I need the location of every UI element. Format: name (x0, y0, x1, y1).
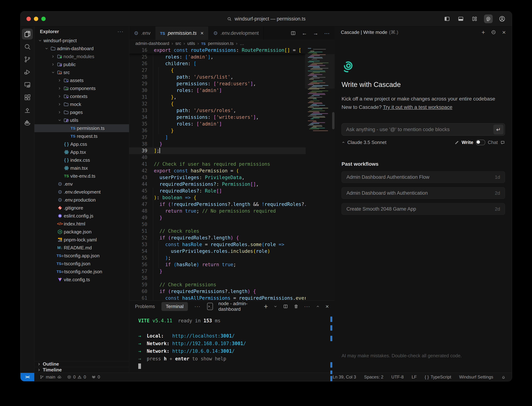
zoom-window-button[interactable] (41, 17, 46, 21)
tree-item-tsconfig.app.json[interactable]: TS⚙tsconfig.app.json (34, 252, 129, 260)
nav-back-icon[interactable]: ← (302, 30, 307, 36)
breadcrumb[interactable]: admin-dashboard›src›utils›TSpermission.t… (129, 40, 335, 47)
workflow-item[interactable]: Admin Dashboard Authentication Flow1d (341, 171, 505, 183)
status-utf-8[interactable]: UTF-8 (392, 375, 404, 380)
breadcrumb-item[interactable]: admin-dashboard (135, 41, 169, 46)
tree-item-main.tsx[interactable]: main.tsx (34, 164, 129, 172)
close-panel-icon[interactable]: × (325, 303, 329, 310)
tree-item-request.ts[interactable]: TSrequest.ts (34, 132, 129, 140)
test-workspace-link[interactable]: Try it out with a test workspace (383, 104, 452, 110)
terminal-output[interactable]: VITE v5.4.11 ready in 153 ms → Local: ht… (129, 312, 335, 373)
activity-remote-explorer[interactable] (22, 79, 33, 90)
tree-item-contexts[interactable]: contexts (34, 92, 129, 100)
tree-item-README.md[interactable]: M↓README.md (34, 244, 129, 252)
workflow-item[interactable]: Create Smooth 2048 Game App2d (341, 203, 505, 215)
activity-explorer[interactable] (22, 29, 33, 39)
activity-source-control[interactable] (22, 54, 33, 65)
panel-more-icon[interactable]: ··· (194, 304, 200, 309)
tree-item-windsurf-project[interactable]: windsurf-project (34, 36, 129, 44)
ports-indicator[interactable]: 0 (91, 375, 100, 380)
activity-windsurf-flows[interactable] (22, 105, 33, 116)
tree-item-tsconfig.json[interactable]: TS⚙tsconfig.json (34, 260, 129, 268)
split-terminal-icon[interactable] (283, 304, 288, 309)
section-timeline[interactable]: Timeline (34, 367, 129, 373)
terminal-more-icon[interactable]: ··· (304, 304, 310, 309)
write-mode-label[interactable]: Write (462, 140, 473, 145)
tree-item-eslint.config.js[interactable]: eslint.config.js (34, 212, 129, 220)
breadcrumb-item[interactable]: … (240, 41, 244, 46)
remote-indicator[interactable]: >< (21, 373, 34, 381)
branch-indicator[interactable]: main (40, 375, 62, 380)
close-icon[interactable]: × (200, 30, 204, 36)
kill-terminal-icon[interactable] (294, 304, 299, 309)
chat-mode-label[interactable]: Chat (488, 140, 498, 145)
tab-problems[interactable]: Problems (135, 304, 155, 309)
tree-item-assets[interactable]: assets (34, 76, 129, 84)
tree-item-components[interactable]: components (34, 84, 129, 92)
new-cascade-icon[interactable]: + (481, 29, 485, 36)
terminal-dropdown-icon[interactable] (273, 304, 278, 309)
status-lf[interactable]: LF (412, 375, 417, 380)
editor-scrollbar[interactable] (332, 112, 334, 129)
tree-item-pages[interactable]: pages (34, 108, 129, 116)
minimap-viewport[interactable] (305, 54, 335, 88)
tab-permission.ts[interactable]: TSpermission.ts× (155, 26, 208, 40)
tree-item-App.css[interactable]: { }App.css (34, 140, 129, 148)
submit-icon[interactable]: ↵ (493, 125, 503, 134)
section-outline[interactable]: Outline (34, 361, 129, 367)
activity-run-debug[interactable] (22, 67, 33, 78)
tab-terminal[interactable]: Terminal (162, 302, 188, 311)
tree-item-src[interactable]: src (34, 68, 129, 76)
tree-item-.env.production[interactable]: ⚙.env.production (34, 196, 129, 204)
tree-item-node-modules[interactable]: node_modules (34, 52, 129, 60)
problems-indicator[interactable]: 0 0 (67, 375, 86, 380)
explorer-more-icon[interactable]: ··· (118, 29, 124, 34)
breadcrumb-item[interactable]: src (175, 41, 181, 46)
tree-item-public[interactable]: public (34, 60, 129, 68)
tree-item-.env[interactable]: ⚙.env (34, 180, 129, 188)
tab-.env.development[interactable]: ⚙.env.development (208, 26, 264, 40)
close-icon[interactable]: × (502, 29, 506, 36)
status-bell[interactable] (501, 375, 506, 379)
mode-toggle[interactable] (476, 140, 485, 145)
account-icon[interactable] (498, 14, 506, 23)
activity-search[interactable] (22, 41, 33, 52)
workflow-item[interactable]: Admin Dashboard with Authentication2d (341, 187, 505, 199)
cascade-input[interactable] (342, 127, 505, 132)
tree-item-utils[interactable]: utils (34, 116, 129, 124)
tree-item-vite.config.ts[interactable]: vite.config.ts (34, 276, 129, 283)
history-icon[interactable] (491, 29, 496, 35)
tree-item-index.css[interactable]: { }index.css (34, 156, 129, 164)
status-typescript[interactable]: { }TypeScript (425, 375, 451, 380)
tree-item-pnpm-lock.yaml[interactable]: pnpm-lock.yaml (34, 236, 129, 244)
tree-item-package.json[interactable]: JSpackage.json (34, 228, 129, 236)
breadcrumb-item[interactable]: utils (187, 41, 195, 46)
minimize-window-button[interactable] (34, 17, 38, 21)
status-spaces-2[interactable]: Spaces: 2 (364, 375, 384, 380)
toggle-primary-sidebar-icon[interactable] (443, 14, 451, 23)
tree-item-admin-dashboard[interactable]: admin-dashboard (34, 44, 129, 52)
more-icon[interactable]: ··· (324, 30, 330, 36)
close-window-button[interactable] (26, 17, 31, 21)
cascade-icon[interactable] (484, 14, 493, 23)
model-selector[interactable]: Claude 3.5 Sonnet (341, 140, 386, 145)
code-editor[interactable]: 16export const routePermissions: RoutePe… (129, 47, 335, 300)
nav-forward-icon[interactable]: → (313, 30, 318, 36)
toggle-panel-icon[interactable] (457, 14, 465, 23)
window-title-area[interactable]: windsurf-project — permission.ts (227, 16, 306, 22)
status-windsurf-settings[interactable]: Windsurf Settings (459, 375, 493, 380)
customize-layout-icon[interactable] (470, 14, 479, 23)
activity-docker[interactable] (22, 117, 33, 128)
new-terminal-button[interactable]: + (264, 303, 268, 310)
activity-extensions[interactable] (22, 92, 33, 103)
maximize-panel-icon[interactable] (316, 304, 320, 309)
tab-.env[interactable]: ⚙.env (129, 26, 155, 40)
tree-item-tsconfig.node.json[interactable]: TS⚙tsconfig.node.json (34, 268, 129, 276)
split-editor-icon[interactable] (290, 30, 296, 36)
tree-item-.env.development[interactable]: ⚙.env.development (34, 188, 129, 196)
tree-item-permission.ts[interactable]: TSpermission.ts (34, 124, 129, 132)
terminal-instance-label[interactable]: node - admin-dashboard (218, 301, 259, 312)
tree-item-vite-env.d.ts[interactable]: TSvite-env.d.ts (34, 172, 129, 180)
tree-item-App.tsx[interactable]: App.tsx (34, 148, 129, 156)
status-ln-39-col-3[interactable]: Ln 39, Col 3 (333, 375, 356, 380)
